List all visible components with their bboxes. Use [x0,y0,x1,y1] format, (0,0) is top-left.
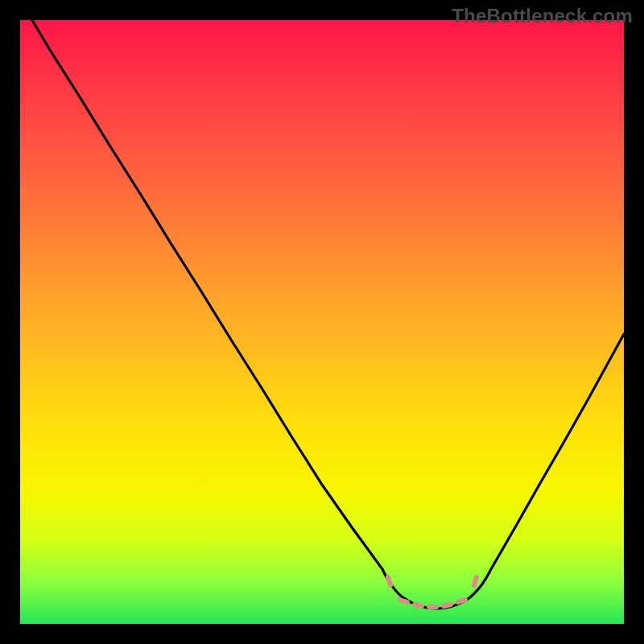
curve-path [32,20,624,609]
svg-line-5 [458,600,465,602]
bottleneck-curve [20,20,624,624]
plot-area [20,20,624,624]
svg-line-0 [388,577,390,585]
chart-frame: TheBottleneck.com [0,0,644,644]
svg-line-1 [400,600,407,602]
optimal-band [388,577,477,607]
svg-line-6 [474,577,477,585]
svg-line-2 [415,605,422,606]
svg-line-4 [444,605,451,606]
watermark-text: TheBottleneck.com [452,5,633,27]
